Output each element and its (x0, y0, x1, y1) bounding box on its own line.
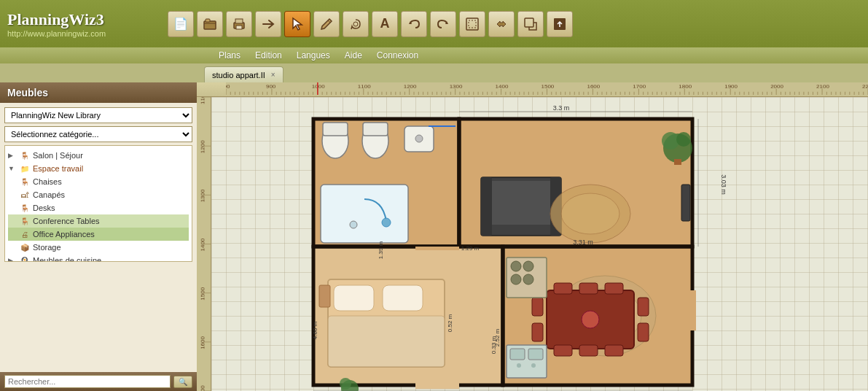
tab-studio[interactable]: studio appart.II × (204, 66, 284, 82)
tool-move[interactable] (488, 11, 515, 37)
tree-label-cuisine: Meubles de cuisine (33, 256, 101, 262)
svg-point-53 (582, 311, 599, 328)
svg-point-63 (531, 363, 536, 368)
tab-close-button[interactable]: × (271, 71, 275, 79)
canvas-with-ruler: 3.3 m 3.03 m 3.3 m 3.37 3.31 m 1.39 m (197, 97, 868, 391)
menu-connexion[interactable]: Connexion (377, 50, 418, 61)
svg-rect-4 (236, 26, 242, 29)
tabbar: studio appart.II × (0, 63, 868, 82)
tree-item-storage[interactable]: 📦 Storage (8, 241, 189, 254)
svg-rect-8 (525, 18, 533, 27)
tool-export[interactable] (547, 11, 573, 37)
svg-point-57 (511, 274, 521, 284)
svg-rect-21 (323, 123, 348, 136)
svg-text:0.52 m: 0.52 m (447, 314, 453, 332)
svg-rect-45 (605, 283, 623, 294)
tool-text[interactable]: A (372, 11, 398, 37)
toolbar: 📄 A (168, 11, 861, 37)
tree-item-chaises[interactable]: 🪑 Chaises (8, 175, 189, 188)
tree-item-desks[interactable]: 🪑 Desks (8, 201, 189, 214)
folder-icon-cuisine: 🍳 (20, 255, 30, 262)
svg-rect-1 (206, 19, 210, 22)
svg-point-37 (676, 132, 691, 147)
floorplan: 3.3 m 3.03 m 3.3 m 3.37 3.31 m 1.39 m (270, 104, 780, 391)
svg-point-58 (523, 274, 533, 284)
svg-rect-26 (321, 185, 408, 243)
tree-item-cuisine[interactable]: ▶ 🍳 Meubles de cuisine (8, 254, 189, 262)
tool-print[interactable] (226, 11, 252, 37)
menu-edition[interactable]: Edition (255, 50, 282, 61)
tree-label-office: Office Appliances (33, 230, 95, 239)
svg-rect-65 (334, 285, 374, 311)
tool-pen[interactable] (313, 11, 340, 37)
svg-rect-49 (638, 298, 649, 316)
svg-rect-31 (481, 177, 492, 236)
library-dropdown[interactable]: PlanningWiz New Library (4, 107, 192, 123)
category-dropdown[interactable]: Sélectionnez catégorie... (4, 126, 192, 142)
ruler-left (197, 97, 211, 391)
logo-area: PlanningWiz3 http://www.planningwiz.com (7, 10, 168, 38)
folder-icon-espace: 📁 (20, 163, 30, 174)
canvas-area: 3.3 m 3.03 m 3.3 m 3.37 3.31 m 1.39 m (197, 82, 868, 391)
ruler-top-marks (226, 82, 868, 95)
svg-point-34 (561, 193, 619, 234)
sidebar-title: Meubles (0, 82, 197, 103)
svg-text:1.29 m: 1.29 m (461, 245, 480, 252)
tree-item-espace[interactable]: ▼ 📁 Espace travail (8, 162, 189, 175)
svg-rect-7 (469, 20, 476, 28)
tree-label-desks: Desks (33, 204, 55, 212)
svg-rect-23 (363, 123, 388, 136)
svg-rect-3 (235, 19, 243, 23)
tree-label-conference: Conference Tables (33, 217, 100, 225)
tab-label: studio appart.II (212, 71, 265, 80)
tree-label-espace: Espace travail (33, 164, 83, 173)
tree-label-salon: Salon | Séjour (33, 151, 83, 160)
svg-rect-68 (319, 285, 330, 307)
tree-item-conference[interactable]: 🪑 Conference Tables (8, 214, 189, 228)
tool-select[interactable] (284, 11, 310, 37)
svg-point-25 (415, 135, 423, 142)
svg-rect-61 (528, 349, 543, 360)
svg-rect-52 (532, 323, 543, 341)
svg-rect-44 (579, 283, 598, 294)
tool-zoom-rect[interactable] (459, 11, 485, 37)
tool-resize[interactable] (517, 11, 544, 37)
svg-rect-18 (415, 382, 459, 389)
tool-undo[interactable] (401, 11, 427, 37)
tool-new[interactable]: 📄 (168, 11, 194, 37)
menu-aide[interactable]: Aide (345, 50, 362, 61)
menu-langues[interactable]: Langues (297, 50, 330, 61)
svg-rect-38 (674, 159, 681, 165)
canvas[interactable]: 3.3 m 3.03 m 3.3 m 3.37 3.31 m 1.39 m (211, 97, 868, 391)
tool-redo[interactable] (430, 11, 456, 37)
svg-text:2.52 m: 2.52 m (494, 328, 501, 347)
svg-text:3.3 m: 3.3 m (553, 104, 570, 112)
tree-area: ▶ 🪑 Salon | Séjour ▼ 📁 Espace travail 🪑 … (4, 145, 192, 262)
menubar: Plans Edition Langues Aide Connexion (0, 47, 868, 63)
svg-text:1.39 m: 1.39 m (378, 241, 384, 259)
tree-item-office[interactable]: 🖨 Office Appliances (8, 228, 189, 241)
tool-lasso[interactable] (343, 11, 369, 37)
svg-rect-60 (510, 349, 525, 360)
item-icon-office: 🖨 (20, 229, 30, 239)
item-icon-storage: 📦 (20, 242, 30, 252)
expand-icon-espace: ▼ (8, 165, 17, 172)
menu-plans[interactable]: Plans (219, 50, 241, 61)
tree-item-salon[interactable]: ▶ 🪑 Salon | Séjour (8, 149, 189, 162)
item-icon-canapes: 🛋 (20, 190, 30, 200)
svg-rect-47 (579, 345, 598, 356)
svg-rect-17 (415, 247, 459, 250)
item-icon-conference: 🪑 (20, 216, 30, 226)
tree-label-chaises: Chaises (33, 177, 62, 186)
tree-item-canapes[interactable]: 🛋 Canapés (8, 188, 189, 201)
tree-label-canapes: Canapés (33, 190, 65, 199)
svg-point-27 (382, 218, 391, 227)
search-input[interactable] (4, 375, 171, 388)
search-button[interactable]: 🔍 (173, 376, 192, 388)
tool-arrow[interactable] (255, 11, 281, 37)
sidebar: Meubles PlanningWiz New Library Sélectio… (0, 82, 197, 391)
tool-open[interactable] (197, 11, 223, 37)
svg-text:4.60 m: 4.60 m (312, 321, 318, 339)
svg-text:3.03 m: 3.03 m (720, 174, 727, 195)
svg-rect-43 (554, 283, 572, 294)
